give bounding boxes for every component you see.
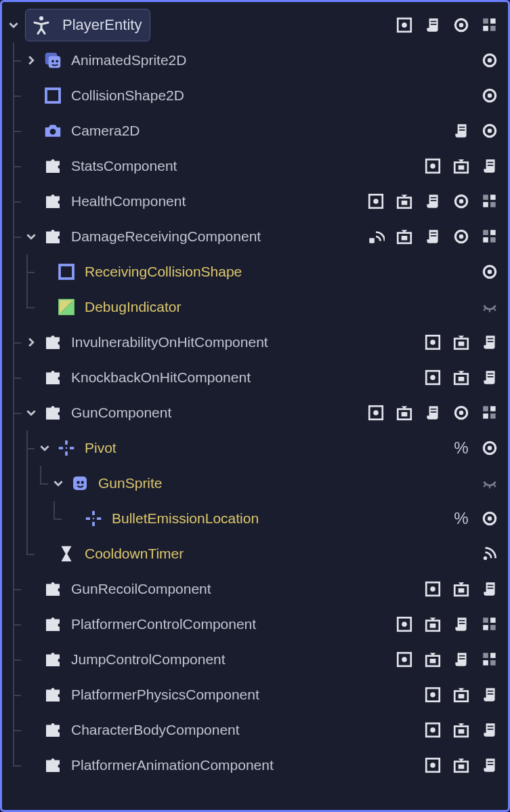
script-icon[interactable] xyxy=(480,720,500,740)
visibility-icon[interactable] xyxy=(480,121,500,141)
node-label: DebugIndicator xyxy=(85,299,475,315)
tree-row[interactable]: DebugIndicator xyxy=(6,289,504,325)
tree-row[interactable]: GunRecoilComponent xyxy=(6,571,504,607)
expand-toggle[interactable] xyxy=(37,441,52,455)
tree-row[interactable]: CooldownTimer xyxy=(6,536,504,571)
svg-point-4 xyxy=(459,23,464,28)
tree-row[interactable]: PlatformerPhysicsComponent xyxy=(6,677,504,712)
tree-row[interactable]: ReceivingCollisionShape xyxy=(6,254,504,289)
box-arrow-icon[interactable] xyxy=(394,403,415,423)
svg-rect-64 xyxy=(483,413,488,419)
box-arrow-icon[interactable] xyxy=(451,755,471,775)
puzzle-icon xyxy=(43,579,63,599)
script-icon[interactable] xyxy=(423,15,443,35)
group-icon[interactable] xyxy=(480,15,500,35)
square-dot-icon[interactable] xyxy=(394,15,415,35)
signal-alt-icon[interactable] xyxy=(480,544,500,564)
node-label: HealthComponent xyxy=(71,193,362,209)
group-icon[interactable] xyxy=(480,191,500,211)
script-icon[interactable] xyxy=(480,685,500,705)
box-arrow-icon[interactable] xyxy=(394,191,415,211)
hidden-icon[interactable] xyxy=(480,473,500,493)
tree-row[interactable]: GunSprite xyxy=(6,466,504,501)
svg-rect-31 xyxy=(483,195,488,200)
tree-row[interactable]: CollisionShape2D xyxy=(6,78,504,113)
group-icon[interactable] xyxy=(480,403,500,423)
visibility-icon[interactable] xyxy=(451,226,471,247)
tree-root-row[interactable]: PlayerEntity xyxy=(6,7,504,43)
square-dot-icon[interactable] xyxy=(423,332,443,352)
box-arrow-icon[interactable] xyxy=(451,332,471,352)
visibility-icon[interactable] xyxy=(480,262,500,282)
tree-row[interactable]: HealthComponent xyxy=(6,184,504,219)
square-dot-icon[interactable] xyxy=(423,685,443,705)
script-icon[interactable] xyxy=(423,191,443,211)
node-label: CharacterBodyComponent xyxy=(71,722,419,738)
square-dot-icon[interactable] xyxy=(394,614,415,634)
tree-row[interactable]: BulletEmissionLocation% xyxy=(6,501,504,536)
box-arrow-icon[interactable] xyxy=(451,156,471,176)
square-dot-icon[interactable] xyxy=(423,755,443,775)
tree-row[interactable]: DamageReceivingComponent xyxy=(6,219,504,254)
tree-row[interactable]: AnimatedSprite2D xyxy=(6,43,504,78)
script-icon[interactable] xyxy=(480,156,500,176)
square-dot-icon[interactable] xyxy=(423,156,443,176)
group-icon[interactable] xyxy=(480,614,500,634)
box-arrow-icon[interactable] xyxy=(451,685,471,705)
visibility-icon[interactable] xyxy=(480,438,500,458)
root-node[interactable]: PlayerEntity xyxy=(25,9,150,41)
expand-toggle[interactable] xyxy=(24,335,39,350)
visibility-icon[interactable] xyxy=(480,508,500,529)
node-label: DamageReceivingComponent xyxy=(71,228,362,245)
box-arrow-icon[interactable] xyxy=(451,367,471,388)
tree-row[interactable]: StatsComponent xyxy=(6,148,504,184)
script-icon[interactable] xyxy=(480,332,500,352)
square-dot-icon[interactable] xyxy=(423,579,443,599)
square-dot-icon[interactable] xyxy=(366,191,386,211)
square-dot-icon[interactable] xyxy=(423,720,443,740)
visibility-icon[interactable] xyxy=(480,85,500,106)
expand-toggle[interactable] xyxy=(24,405,39,420)
tree-row[interactable]: GunComponent xyxy=(6,395,504,430)
visibility-icon[interactable] xyxy=(451,15,471,35)
square-dot-icon[interactable] xyxy=(423,367,443,388)
visibility-icon[interactable] xyxy=(451,191,471,211)
script-icon[interactable] xyxy=(480,755,500,775)
tree-row[interactable]: PlatformerAnimationComponent xyxy=(6,748,504,783)
tree-row[interactable]: InvulnerabilityOnHitComponent xyxy=(6,325,504,360)
script-icon[interactable] xyxy=(423,226,443,247)
box-arrow-icon[interactable] xyxy=(451,720,471,740)
signal-icon[interactable] xyxy=(366,226,386,247)
box-arrow-icon[interactable] xyxy=(394,226,415,247)
visibility-icon[interactable] xyxy=(480,50,500,70)
script-icon[interactable] xyxy=(423,403,443,423)
box-arrow-icon[interactable] xyxy=(451,579,471,599)
script-icon[interactable] xyxy=(451,649,471,670)
expand-toggle[interactable] xyxy=(6,18,21,33)
hidden-icon[interactable] xyxy=(480,297,500,317)
box-arrow-icon[interactable] xyxy=(423,614,443,634)
svg-point-89 xyxy=(402,657,407,662)
square-dot-icon[interactable] xyxy=(394,649,415,670)
script-icon[interactable] xyxy=(451,614,471,634)
tree-row[interactable]: CharacterBodyComponent xyxy=(6,712,504,748)
script-icon[interactable] xyxy=(480,367,500,388)
tree-row[interactable]: Camera2D xyxy=(6,113,504,148)
expand-toggle[interactable] xyxy=(24,229,39,244)
square-dot-icon[interactable] xyxy=(366,403,386,423)
box-arrow-icon[interactable] xyxy=(423,649,443,670)
tree-row[interactable]: Pivot% xyxy=(6,430,504,466)
script-icon[interactable] xyxy=(480,579,500,599)
group-icon[interactable] xyxy=(480,649,500,670)
tree-row[interactable]: JumpControlComponent xyxy=(6,642,504,677)
expand-toggle[interactable] xyxy=(24,53,39,68)
visibility-icon[interactable] xyxy=(451,403,471,423)
tree-row[interactable]: KnockbackOnHitComponent xyxy=(6,360,504,395)
expand-toggle[interactable] xyxy=(51,476,66,491)
group-icon[interactable] xyxy=(480,226,500,247)
svg-point-77 xyxy=(430,586,435,592)
script-icon[interactable] xyxy=(451,121,471,141)
tree-row[interactable]: PlatformerControlComponent xyxy=(6,607,504,642)
percent-icon[interactable]: % xyxy=(451,508,471,529)
percent-icon[interactable]: % xyxy=(451,438,471,458)
